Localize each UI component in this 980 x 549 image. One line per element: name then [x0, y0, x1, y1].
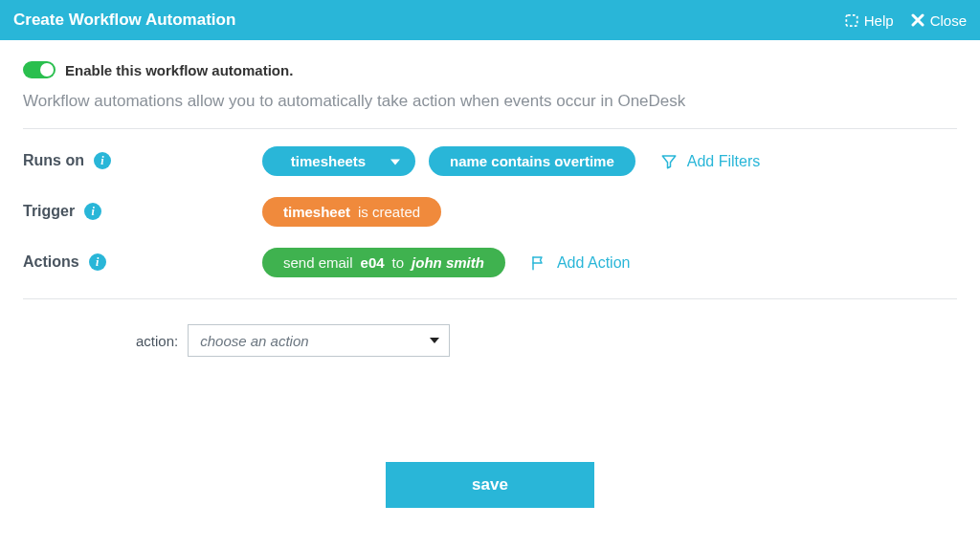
runs-on-filter-pill[interactable]: name contains overtime — [429, 146, 635, 176]
runs-on-body: timesheets name contains overtime Add Fi… — [262, 146, 760, 176]
action-pill[interactable]: send email e04 to john smith — [262, 248, 505, 277]
trigger-entity: timesheet — [283, 204, 350, 220]
add-action-label: Add Action — [557, 254, 631, 272]
dialog-header: Create Workflow Automation Help Close — [0, 0, 980, 40]
action-select-placeholder: choose an action — [200, 333, 308, 349]
info-icon[interactable]: i — [94, 152, 111, 169]
trigger-body: timesheet is created — [262, 197, 441, 227]
actions-body: send email e04 to john smith Add Action — [262, 248, 630, 277]
chevron-down-icon — [430, 338, 439, 343]
chevron-down-icon — [390, 159, 400, 165]
trigger-event: is created — [358, 204, 420, 220]
close-label: Close — [930, 12, 967, 29]
action-code: e04 — [361, 254, 385, 271]
action-recipient: john smith — [412, 254, 484, 271]
help-icon — [845, 13, 858, 27]
save-button[interactable]: save — [386, 462, 594, 508]
enable-label: Enable this workflow automation. — [65, 62, 293, 78]
action-select-row: action: choose an action — [136, 317, 957, 357]
runs-on-row: Runs on i timesheets name contains overt… — [23, 146, 957, 176]
add-filters-link[interactable]: Add Filters — [660, 153, 760, 170]
close-icon — [911, 13, 924, 27]
runs-on-filter-text: name contains overtime — [450, 153, 614, 169]
action-to: to — [392, 254, 405, 271]
add-filters-label: Add Filters — [687, 153, 760, 170]
help-label: Help — [864, 12, 894, 29]
description-text: Workflow automations allow you to automa… — [23, 92, 957, 111]
trigger-row: Trigger i timesheet is created — [23, 197, 957, 227]
enable-row: Enable this workflow automation. — [23, 61, 957, 78]
actions-label-group: Actions i — [23, 248, 262, 271]
header-actions: Help Close — [845, 12, 967, 29]
action-prefix: send email — [283, 254, 353, 271]
runs-on-type-value: timesheets — [291, 153, 366, 169]
runs-on-type-dropdown[interactable]: timesheets — [262, 146, 415, 176]
info-icon[interactable]: i — [89, 253, 106, 271]
close-link[interactable]: Close — [911, 12, 967, 29]
enable-toggle[interactable] — [23, 61, 56, 78]
help-link[interactable]: Help — [845, 12, 894, 29]
runs-on-label: Runs on — [23, 152, 84, 169]
actions-row: Actions i send email e04 to john smith A… — [23, 248, 957, 277]
runs-on-label-group: Runs on i — [23, 146, 262, 169]
trigger-label-group: Trigger i — [23, 197, 262, 220]
actions-label: Actions — [23, 253, 79, 271]
flag-icon — [530, 254, 547, 272]
add-action-link[interactable]: Add Action — [530, 254, 631, 272]
divider — [23, 128, 957, 129]
divider — [23, 298, 957, 299]
trigger-pill[interactable]: timesheet is created — [262, 197, 441, 227]
trigger-label: Trigger — [23, 203, 75, 220]
filter-icon — [660, 153, 678, 170]
info-icon[interactable]: i — [84, 203, 101, 220]
save-row: save — [23, 462, 957, 508]
action-select-label: action: — [136, 333, 178, 349]
action-select-dropdown[interactable]: choose an action — [188, 324, 450, 357]
dialog-title: Create Workflow Automation — [13, 11, 235, 30]
dialog-body: Enable this workflow automation. Workflo… — [0, 40, 980, 508]
svg-rect-0 — [846, 14, 857, 25]
